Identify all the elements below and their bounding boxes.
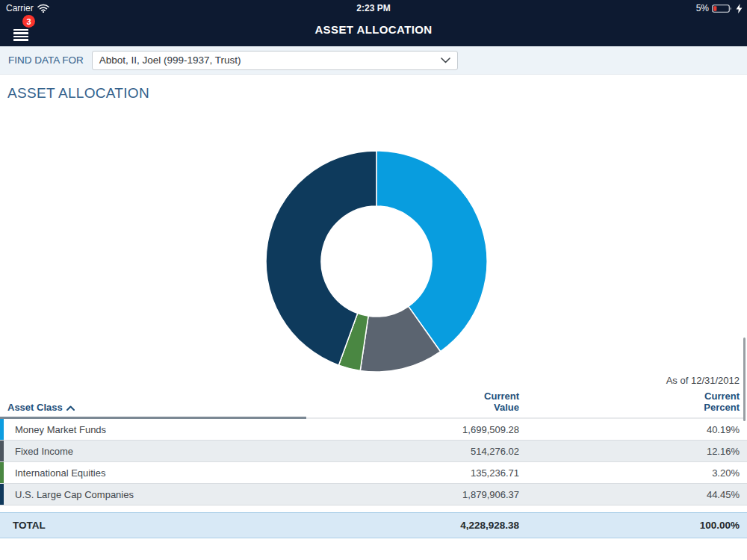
current-percent: 44.45% [519,489,740,500]
current-value: 1,879,906.37 [310,489,519,500]
chart-area [0,102,747,372]
asset-class-name: U.S. Large Cap Companies [0,489,310,500]
total-row: TOTAL 4,228,928.38 100.00% [0,512,747,538]
table-header: Asset Class Current Value Current Percen… [0,386,747,417]
table-row[interactable]: International Equities135,236.713.20% [0,462,747,484]
asset-class-name: International Equities [0,467,310,479]
as-of-date: As of 12/31/2012 [0,375,747,386]
app-header: Carrier 2:23 PM 5% 3 [0,0,747,46]
current-value: 135,236.71 [310,467,519,479]
asset-allocation-donut-chart[interactable] [264,149,489,373]
asset-color-swatch [0,419,4,440]
table-row[interactable]: U.S. Large Cap Companies1,879,906.3744.4… [0,484,747,505]
battery-icon [712,4,733,13]
current-percent: 3.20% [519,467,740,479]
column-header-current-percent[interactable]: Current Percent [519,391,740,413]
account-select[interactable]: Abbot, II, Joel (999-1937, Trust) [92,51,458,70]
asset-color-swatch [0,462,4,483]
nav-title: ASSET ALLOCATION [0,23,747,36]
status-bar: Carrier 2:23 PM 5% [0,0,747,16]
sort-asc-icon [66,405,75,411]
current-percent: 40.19% [519,424,740,435]
asset-class-table: Money Market Funds1,699,509.2840.19%Fixe… [0,419,747,505]
asset-color-swatch [0,441,4,461]
clock: 2:23 PM [0,3,747,13]
scrollbar[interactable] [743,337,746,421]
asset-color-swatch [0,484,4,505]
account-select-value: Abbot, II, Joel (999-1937, Trust) [99,55,241,66]
column-header-current-value[interactable]: Current Value [310,391,519,413]
charging-bolt-icon [736,4,743,13]
current-percent: 12.16% [519,446,740,457]
current-value: 1,699,509.28 [310,424,519,435]
page-title: ASSET ALLOCATION [7,85,747,102]
find-data-bar: FIND DATA FOR Abbot, II, Joel (999-1937,… [0,46,747,75]
chevron-down-icon [441,57,450,63]
current-value: 514,276.02 [310,446,519,457]
total-percent: 100.00% [519,520,740,531]
total-value: 4,228,928.38 [310,520,519,531]
table-row[interactable]: Money Market Funds1,699,509.2840.19% [0,419,747,441]
table-row[interactable]: Fixed Income514,276.0212.16% [0,441,747,462]
asset-class-name: Money Market Funds [0,424,310,435]
battery-percent-label: 5% [696,3,709,13]
asset-class-name: Fixed Income [0,446,310,457]
total-label: TOTAL [0,520,310,531]
column-header-asset-class[interactable]: Asset Class [0,402,310,413]
find-data-label: FIND DATA FOR [8,55,84,66]
